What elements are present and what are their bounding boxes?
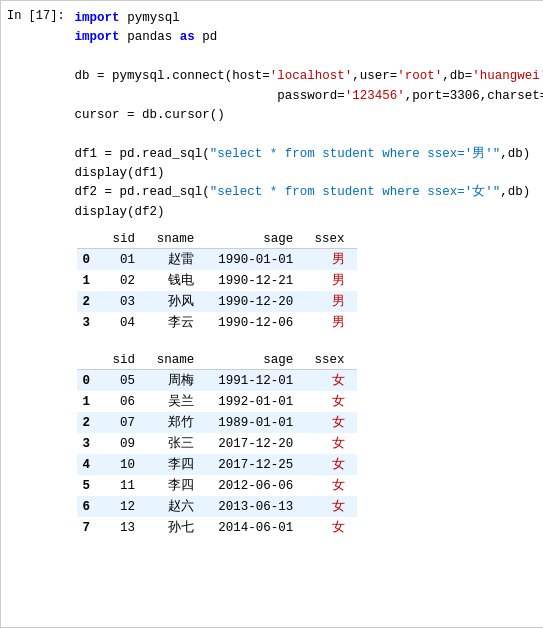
table-row: 5 11 李四 2012-06-06 女 xyxy=(77,475,357,496)
code-line-6: cursor = db.cursor() xyxy=(75,106,543,125)
code-line-8: df1 = pd.read_sql("select * from student… xyxy=(75,145,543,164)
cell-sage: 1990-12-20 xyxy=(206,291,305,312)
code-text: pandas xyxy=(120,30,180,44)
col-index xyxy=(77,230,104,249)
code-line-5: password='123456',port=3306,charset='utf… xyxy=(75,87,543,106)
code-text: pd xyxy=(195,30,218,44)
cell-index: 1 xyxy=(77,270,104,291)
cell-index: 4 xyxy=(77,454,104,475)
cell-sname: 孙七 xyxy=(147,517,206,538)
cell-in-label: In [17]: xyxy=(7,9,65,23)
cell-sage: 2017-12-25 xyxy=(206,454,305,475)
cell-ssex: 女 xyxy=(305,412,356,433)
cell-sage: 2013-06-13 xyxy=(206,496,305,517)
cell-sage: 1990-01-01 xyxy=(206,249,305,271)
cell-ssex: 女 xyxy=(305,370,356,392)
table-row: 2 03 孙风 1990-12-20 男 xyxy=(77,291,357,312)
str-root: 'root' xyxy=(397,69,442,83)
table-row: 6 12 赵六 2013-06-13 女 xyxy=(77,496,357,517)
code-text: ,user= xyxy=(352,69,397,83)
cell-sid: 13 xyxy=(104,517,147,538)
cell-index: 3 xyxy=(77,312,104,333)
code-text: ,db= xyxy=(442,69,472,83)
cell-index: 3 xyxy=(77,433,104,454)
col-sage: sage xyxy=(206,230,305,249)
cell-sid: 12 xyxy=(104,496,147,517)
table-row: 0 05 周梅 1991-12-01 女 xyxy=(77,370,357,392)
cell-sid: 02 xyxy=(104,270,147,291)
code-text: ,port=3306,charset= xyxy=(405,89,543,103)
col-ssex: ssex xyxy=(305,230,356,249)
cell-sid: 04 xyxy=(104,312,147,333)
code-text: display(df2) xyxy=(75,205,165,219)
code-text: ,db) xyxy=(500,147,530,161)
cell-index: 0 xyxy=(77,249,104,271)
code-line-9: display(df1) xyxy=(75,164,543,183)
cell-index: 2 xyxy=(77,412,104,433)
table-row: 3 09 张三 2017-12-20 女 xyxy=(77,433,357,454)
table-row: 2 07 郑竹 1989-01-01 女 xyxy=(77,412,357,433)
str-query2: "select * from student where ssex='女'" xyxy=(210,185,501,199)
code-line-4: db = pymysql.connect(host='localhost',us… xyxy=(75,67,543,86)
cell-sname: 周梅 xyxy=(147,370,206,392)
cell-sage: 1990-12-06 xyxy=(206,312,305,333)
cell-index: 1 xyxy=(77,391,104,412)
cell-label: In [17]: xyxy=(1,1,71,627)
cell-sid: 11 xyxy=(104,475,147,496)
table2-body: 0 05 周梅 1991-12-01 女 1 06 吴兰 1992-01-01 … xyxy=(77,370,357,539)
code-block: import pymysql import pandas as pd db = … xyxy=(75,9,543,222)
cell-sid: 07 xyxy=(104,412,147,433)
code-text: cursor = db.cursor() xyxy=(75,108,225,122)
code-text: db = pymysql.connect(host= xyxy=(75,69,270,83)
str-password: '123456' xyxy=(345,89,405,103)
cell-sid: 06 xyxy=(104,391,147,412)
table2-header-row: sid sname sage ssex xyxy=(77,351,357,370)
cell-index: 0 xyxy=(77,370,104,392)
table-row: 4 10 李四 2017-12-25 女 xyxy=(77,454,357,475)
code-line-blank2 xyxy=(75,125,543,144)
cell-sname: 郑竹 xyxy=(147,412,206,433)
code-text: ,db) xyxy=(500,185,530,199)
cell-sname: 李云 xyxy=(147,312,206,333)
cell-sid: 10 xyxy=(104,454,147,475)
cell-ssex: 男 xyxy=(305,291,356,312)
code-text: display(df1) xyxy=(75,166,165,180)
code-line-2: import pandas as pd xyxy=(75,28,543,47)
col-sname: sname xyxy=(147,230,206,249)
table-header-row: sid sname sage ssex xyxy=(77,230,357,249)
code-line-1: import pymysql xyxy=(75,9,543,28)
str-query1: "select * from student where ssex='男'" xyxy=(210,147,501,161)
cell-sage: 2012-06-06 xyxy=(206,475,305,496)
col2-sage: sage xyxy=(206,351,305,370)
col2-sid: sid xyxy=(104,351,147,370)
cell-sname: 钱电 xyxy=(147,270,206,291)
cell-sname: 孙风 xyxy=(147,291,206,312)
str-db: 'huangwei' xyxy=(472,69,543,83)
cell-ssex: 男 xyxy=(305,249,356,271)
notebook-cell: In [17]: import pymysql import pandas as… xyxy=(0,0,543,628)
col2-index xyxy=(77,351,104,370)
kw-import2: import xyxy=(75,30,120,44)
cell-sage: 1990-12-21 xyxy=(206,270,305,291)
cell-sname: 李四 xyxy=(147,454,206,475)
cell-sname: 张三 xyxy=(147,433,206,454)
table-row: 3 04 李云 1990-12-06 男 xyxy=(77,312,357,333)
cell-sname: 赵雷 xyxy=(147,249,206,271)
cell-index: 7 xyxy=(77,517,104,538)
code-text: password= xyxy=(75,89,345,103)
cell-ssex: 女 xyxy=(305,454,356,475)
table-male: sid sname sage ssex 0 01 赵雷 1990-01-01 男… xyxy=(77,230,357,333)
code-text: pymysql xyxy=(120,11,180,25)
dataframe-1: sid sname sage ssex 0 01 赵雷 1990-01-01 男… xyxy=(77,230,543,333)
kw-import1: import xyxy=(75,11,120,25)
col-sid: sid xyxy=(104,230,147,249)
cell-body: import pymysql import pandas as pd db = … xyxy=(71,1,543,627)
table-female: sid sname sage ssex 0 05 周梅 1991-12-01 女… xyxy=(77,351,357,538)
table-row: 7 13 孙七 2014-06-01 女 xyxy=(77,517,357,538)
col2-sname: sname xyxy=(147,351,206,370)
cell-index: 5 xyxy=(77,475,104,496)
cell-sage: 1991-12-01 xyxy=(206,370,305,392)
code-line-11: display(df2) xyxy=(75,203,543,222)
cell-sid: 01 xyxy=(104,249,147,271)
cell-sage: 1992-01-01 xyxy=(206,391,305,412)
